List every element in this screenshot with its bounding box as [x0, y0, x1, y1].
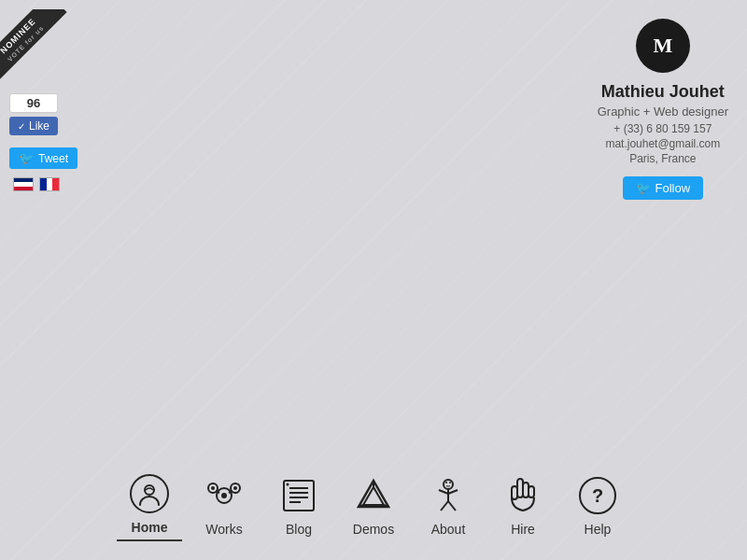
svg-text:?: ?: [592, 485, 603, 506]
like-area: 96 ✓ Like: [9, 93, 58, 135]
profile-email: mat.jouhet@gmail.com: [605, 137, 720, 150]
nav-item-home[interactable]: Home: [117, 467, 182, 541]
avatar-initials: M: [653, 34, 672, 58]
follow-label: Follow: [655, 181, 691, 195]
svg-rect-29: [512, 486, 517, 499]
language-flags: [13, 177, 60, 191]
svg-point-5: [233, 486, 237, 490]
svg-point-15: [287, 483, 289, 486]
tweet-button[interactable]: 🐦 Tweet: [9, 147, 78, 169]
nav-item-hire[interactable]: Hire: [490, 469, 556, 541]
svg-line-24: [448, 501, 456, 511]
profile-phone: + (33) 6 80 159 157: [613, 122, 712, 135]
svg-point-3: [221, 493, 227, 498]
svg-rect-30: [529, 486, 534, 497]
tweet-label: Tweet: [38, 152, 68, 165]
nav-label-help: Help: [585, 522, 612, 537]
hire-icon: [500, 473, 545, 518]
like-label: Like: [29, 119, 49, 133]
svg-point-25: [445, 482, 447, 483]
profile-name: Mathieu Jouhet: [601, 82, 725, 102]
nav-item-demos[interactable]: Demos: [341, 469, 406, 541]
nav-item-about[interactable]: About: [416, 469, 481, 541]
nav-label-hire: Hire: [511, 522, 535, 537]
avatar: M: [636, 19, 690, 73]
flag-fr[interactable]: [39, 177, 60, 191]
like-button[interactable]: ✓ Like: [9, 117, 58, 135]
svg-line-21: [439, 490, 448, 494]
nominee-badge[interactable]: NOMINEE VOTE for us: [0, 9, 75, 93]
twitter-follow-icon: 🐦: [636, 181, 651, 195]
nav-label-blog: Blog: [286, 522, 312, 537]
profile-title: Graphic + Web designer: [598, 105, 728, 119]
bottom-nav: Home Works: [0, 467, 747, 541]
nav-label-works: Works: [205, 522, 242, 537]
home-icon: [127, 471, 172, 516]
nav-label-demos: Demos: [353, 522, 394, 537]
like-check-icon: ✓: [18, 121, 25, 132]
nav-item-blog[interactable]: Blog: [266, 469, 331, 541]
profile-location: Paris, France: [629, 152, 696, 165]
nominee-ribbon: NOMINEE VOTE for us: [0, 9, 67, 85]
svg-line-23: [441, 501, 448, 511]
nav-label-about: About: [431, 522, 466, 537]
follow-button[interactable]: 🐦 Follow: [623, 176, 704, 200]
blog-icon: [276, 473, 321, 518]
help-icon: ?: [575, 473, 620, 518]
works-icon: [202, 473, 247, 518]
about-icon: [426, 473, 471, 518]
svg-line-22: [448, 490, 458, 494]
nav-label-home: Home: [132, 520, 168, 535]
demos-icon: [351, 473, 396, 518]
nav-item-works[interactable]: Works: [191, 469, 257, 541]
svg-point-19: [444, 480, 453, 489]
nav-item-help[interactable]: ? Help: [565, 469, 630, 541]
twitter-bird-icon: 🐦: [19, 151, 34, 165]
flag-en[interactable]: [13, 177, 34, 191]
svg-point-26: [449, 482, 451, 483]
like-count: 96: [9, 93, 58, 113]
svg-point-7: [211, 486, 215, 490]
profile-section: M Mathieu Jouhet Graphic + Web designer …: [598, 19, 728, 200]
